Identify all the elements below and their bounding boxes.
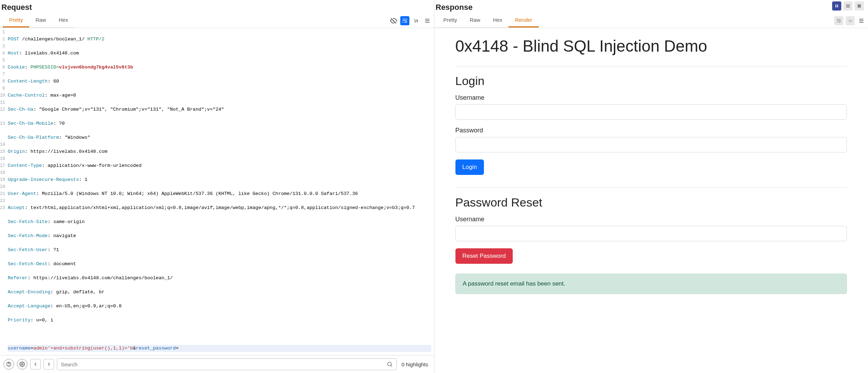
hdr-value: Mozilla/5.0 (Windows NT 10.0; Win64; x64… [39,191,358,196]
tab-pretty-resp[interactable]: Pretty [437,13,464,27]
hdr-name: Cache-Control [8,93,45,98]
request-title: Request [1,3,32,12]
help-icon[interactable] [4,359,14,369]
hdr-value: en-US,en;q=0.9,ar;q=0.8 [53,303,122,309]
wrap-lines-icon[interactable] [400,16,409,25]
tab-hex-resp[interactable]: Hex [487,13,509,27]
hdr-value: same-origin [51,219,85,224]
search-input[interactable] [61,361,387,367]
hdr-value: gzip, deflate, br [53,289,105,295]
hdr-name: Origin [8,149,25,154]
search-box[interactable] [57,358,397,370]
hdr-value: 1 [82,177,88,182]
show-nonprintable-icon[interactable]: \n [412,16,421,25]
page-title: 0x4148 - Blind SQL Injection Demo [455,37,847,55]
layout-icon[interactable] [843,1,853,11]
line-gutter: 1234567891011121314151617181920212223 [0,28,6,355]
svg-point-5 [21,364,23,365]
request-tabs: Pretty Raw Hex [0,13,75,28]
tab-hex[interactable]: Hex [52,13,75,27]
hdr-name: Upgrade-Insecure-Requests [8,177,79,182]
hdr-name: Priority [8,318,31,323]
reset-heading: Password Reset [455,196,847,209]
svg-rect-12 [857,4,861,7]
hdr-name: Sec-Ch-Ua-Mobile [8,121,53,126]
request-code[interactable]: POST /challenges/boolean_1/ HTTP/2 Host:… [6,28,434,355]
response-render: 0x4148 - Blind SQL Injection Demo Login … [434,28,868,373]
hdr-name: User-Agent [8,191,36,196]
hdr-name: Accept [8,205,25,210]
hdr-name: Sec-Fetch-Dest [8,261,47,267]
svg-rect-7 [836,5,836,7]
http-path: /challenges/boolean_1/ [19,37,87,42]
response-menu-icon[interactable] [857,16,866,25]
pause-icon[interactable] [832,1,841,11]
toggle-hidden-icon[interactable] [389,16,398,25]
show-nonprintable-resp-icon[interactable]: \n [846,16,855,25]
prev-match-icon[interactable] [30,359,41,369]
hdr-value: text/html,application/xhtml+xml,applicat… [28,205,415,210]
hdr-name: Sec-Ch-Ua [8,107,33,112]
hdr-value: u=0, i [33,318,53,323]
tab-raw[interactable]: Raw [29,13,52,27]
hdr-name: Accept-Language [8,303,51,309]
svg-point-6 [388,362,391,366]
tab-pretty[interactable]: Pretty [3,13,29,27]
tab-raw-resp[interactable]: Raw [464,13,487,27]
hdr-value: application/x-www-form-urlencoded [45,163,141,168]
wrap-lines-resp-icon[interactable] [834,16,843,25]
svg-point-4 [9,365,9,366]
response-panel: Response Pretty Raw Hex Render [434,0,868,373]
response-title: Response [436,3,473,12]
param-value: admin'+and+substring(user(),1,1)='b [33,346,133,351]
hdr-value: document [51,261,76,267]
highlight-count: 0 highlights [400,361,430,367]
hdr-name: Sec-Fetch-Site [8,219,47,224]
hdr-value: https://livelabs.0x4148.com [28,149,108,154]
gear-icon[interactable] [17,359,27,369]
cookie-value: vlvjven6bsndg7kg4val5v8t3b [59,65,133,70]
request-menu-icon[interactable] [423,16,432,25]
hdr-name: Content-Type [8,163,42,168]
login-username-input[interactable] [455,104,847,120]
hdr-name: Sec-Ch-Ua-Platform [8,135,59,140]
hdr-name: Host [8,51,19,56]
login-heading: Login [455,74,847,88]
request-editor[interactable]: 1234567891011121314151617181920212223 PO… [0,28,434,355]
hdr-value: livelabs.0x4148.com [22,51,79,56]
login-password-input[interactable] [455,137,847,152]
alert-success: A password reset email has been sent. [455,274,847,294]
hdr-value: max-age=0 [47,93,76,98]
cookie-key: PHPSESSID= [28,65,59,70]
hdr-name: Cookie [8,65,25,70]
search-icon[interactable] [387,361,393,367]
reset-password-button[interactable]: Reset Password [455,248,513,264]
divider [455,188,847,188]
request-bottom-bar: 0 highlights [0,355,434,373]
response-tabs: Pretty Raw Hex Render [434,13,539,28]
hdr-value: 60 [51,79,59,84]
http-method: POST [8,37,19,42]
reset-username-input[interactable] [455,226,847,241]
hdr-value: navigate [51,233,76,238]
divider [455,66,847,66]
svg-rect-8 [837,5,838,7]
hdr-value: ?0 [56,121,65,126]
login-username-label: Username [455,94,847,102]
http-proto: HTTP/2 [88,37,105,42]
hdr-name: Content-Length [8,79,47,84]
hdr-name: Sec-Fetch-User [8,247,47,253]
login-button[interactable]: Login [455,159,484,175]
param-name: reset_password [136,346,176,351]
tab-render-resp[interactable]: Render [509,13,538,27]
hdr-value: "Google Chrome";v="131", "Chromium";v="1… [36,107,224,112]
hdr-value: "Windows" [62,135,90,140]
param-name: username [8,346,31,351]
hdr-value: ?1 [51,247,59,253]
hdr-name: Accept-Encoding [8,289,51,295]
param-sep: & [133,346,136,351]
request-panel: Request Pretty Raw Hex \n [0,0,434,373]
hdr-name: Sec-Fetch-Mode [8,233,47,238]
next-match-icon[interactable] [44,359,54,369]
expand-icon[interactable] [855,1,864,11]
